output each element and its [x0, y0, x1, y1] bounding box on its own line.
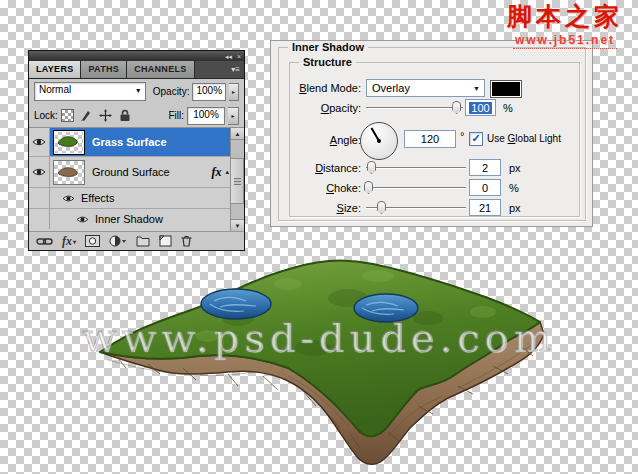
effects-row[interactable]: Effects — [29, 188, 244, 209]
lock-buttons — [61, 109, 132, 122]
slider-thumb[interactable] — [364, 181, 373, 194]
size-slider[interactable] — [366, 200, 466, 215]
opacity-spinner-icon[interactable]: ▸ — [229, 83, 239, 101]
effects-label: Effects — [81, 192, 114, 204]
lock-pixels-brush-icon[interactable] — [80, 109, 94, 122]
shadow-color-swatch[interactable] — [490, 80, 522, 98]
lock-position-move-icon[interactable] — [99, 109, 113, 122]
blend-mode-value: Normal — [39, 84, 71, 95]
panel-title-bar: ◂◂ × — [29, 51, 244, 61]
fx-glyph: fx — [62, 234, 72, 249]
collapse-effects-icon[interactable]: ▴ — [225, 168, 229, 176]
angle-value: 120 — [421, 133, 439, 145]
eye-column-spacer — [29, 188, 50, 208]
distance-value-field[interactable]: 2 — [469, 159, 501, 176]
scroll-up-icon[interactable]: ▲ — [231, 128, 244, 140]
collapse-panel-icon[interactable]: ◂◂ — [225, 52, 232, 61]
inner-shadow-effect-row[interactable]: Inner Shadow — [29, 209, 244, 229]
opacity-unit: % — [503, 102, 513, 114]
chevron-down-icon: ▼ — [135, 87, 142, 94]
blend-mode-select[interactable]: Normal ▼ — [34, 82, 146, 101]
slider-thumb[interactable] — [452, 101, 461, 114]
choke-value: 0 — [482, 182, 488, 194]
add-layer-mask-icon[interactable] — [85, 235, 100, 247]
choke-label: Choke: — [289, 182, 361, 194]
inner-shadow-effect-label: Inner Shadow — [95, 213, 163, 225]
visibility-eye-icon[interactable] — [76, 215, 89, 224]
tab-paths[interactable]: PATHS — [81, 61, 127, 78]
scroll-down-icon[interactable]: ▼ — [231, 219, 244, 231]
slider-track — [366, 187, 466, 188]
opacity-value-selected-text: 100 — [469, 102, 491, 114]
size-unit: px — [509, 202, 521, 214]
panel-menu-icon[interactable]: ▾≡ — [227, 61, 244, 78]
chevron-down-icon: ▼ — [473, 85, 480, 92]
dialog-title: Inner Shadow — [288, 41, 368, 53]
photoshop-workspace: www.psd-dude.com 脚本之家 www.jb51.net ◂◂ × … — [0, 0, 638, 474]
layers-scrollbar[interactable]: ▲ ▼ — [230, 128, 244, 231]
scrollbar-grip — [234, 178, 241, 185]
fill-spinner-icon[interactable]: ▸ — [228, 107, 239, 125]
layer-style-fx-icon[interactable]: fx▾ — [62, 234, 76, 249]
fill-label: Fill: — [168, 110, 184, 121]
blend-mode-label: Blend Mode: — [289, 82, 361, 94]
angle-label: Angle: — [289, 134, 361, 146]
inner-shadow-dialog: Inner Shadow Structure Blend Mode: Overl… — [270, 40, 593, 227]
size-value: 21 — [479, 202, 491, 214]
size-value-field[interactable]: 21 — [469, 199, 501, 216]
fill-value-field[interactable]: 100% — [187, 107, 225, 125]
opacity-slider[interactable] — [366, 100, 463, 115]
choke-value-field[interactable]: 0 — [469, 179, 501, 196]
new-group-folder-icon[interactable] — [136, 236, 150, 247]
check-icon: ✓ — [471, 132, 480, 144]
slider-track — [366, 107, 463, 108]
use-global-light-checkbox[interactable]: ✓ — [469, 132, 483, 146]
angle-center-dot — [377, 139, 381, 143]
distance-value: 2 — [482, 162, 488, 174]
visibility-eye-icon[interactable] — [29, 128, 50, 156]
lock-all-padlock-icon[interactable] — [118, 109, 132, 122]
opacity-value-field[interactable]: 100% — [192, 83, 226, 101]
blend-mode-value: Overlay — [372, 82, 410, 94]
panel-bottom-bar: fx▾ — [29, 231, 244, 250]
tab-channels[interactable]: CHANNELS — [127, 61, 194, 78]
blend-mode-dropdown[interactable]: Overlay ▼ — [366, 79, 485, 97]
visibility-eye-icon[interactable] — [62, 194, 75, 203]
slider-thumb[interactable] — [367, 161, 376, 174]
slider-thumb[interactable] — [377, 201, 386, 214]
layer-fx-badge[interactable]: fx — [211, 165, 221, 180]
structure-section-title: Structure — [299, 56, 356, 68]
choke-slider[interactable] — [366, 180, 466, 195]
distance-slider[interactable] — [366, 160, 466, 175]
lock-transparency-icon[interactable] — [61, 109, 75, 122]
site-watermark-url: www.jb51.net — [513, 33, 617, 49]
opacity-label: Opacity: — [153, 86, 190, 97]
canvas-watermark-text: www.psd-dude.com — [0, 314, 638, 360]
distance-label: Distance: — [289, 162, 361, 174]
layer-thumbnail-grass[interactable] — [53, 130, 85, 155]
adjustment-layer-icon[interactable] — [109, 235, 127, 247]
delete-layer-trash-icon[interactable] — [181, 235, 192, 247]
layer-thumbnail-ground[interactable] — [53, 160, 85, 185]
island-artwork — [88, 256, 558, 471]
link-layers-icon[interactable] — [36, 237, 53, 246]
site-watermark: 脚本之家 www.jb51.net — [492, 3, 638, 49]
close-panel-icon[interactable]: × — [237, 52, 241, 61]
visibility-eye-icon[interactable] — [29, 157, 50, 187]
angle-value-field[interactable]: 120 — [404, 130, 456, 148]
layer-name: Ground Surface — [92, 166, 170, 178]
distance-unit: px — [509, 162, 521, 174]
lock-label: Lock: — [34, 110, 58, 121]
use-global-light-label: Use Global Light — [487, 133, 561, 144]
layer-row-grass-surface[interactable]: Grass Surface — [29, 128, 244, 157]
scrollbar-thumb[interactable] — [231, 158, 244, 204]
angle-unit: ° — [460, 130, 464, 142]
size-label: Size: — [289, 202, 361, 214]
angle-dial[interactable] — [360, 122, 398, 160]
opacity-label: Opacity: — [289, 102, 361, 114]
fx-menu-arrow-icon: ▾ — [73, 238, 76, 245]
opacity-value-field[interactable]: 100 — [465, 99, 496, 116]
layer-row-ground-surface[interactable]: Ground Surface fx ▴ — [29, 157, 244, 188]
new-layer-icon[interactable] — [159, 235, 172, 247]
tab-layers[interactable]: LAYERS — [29, 61, 81, 78]
